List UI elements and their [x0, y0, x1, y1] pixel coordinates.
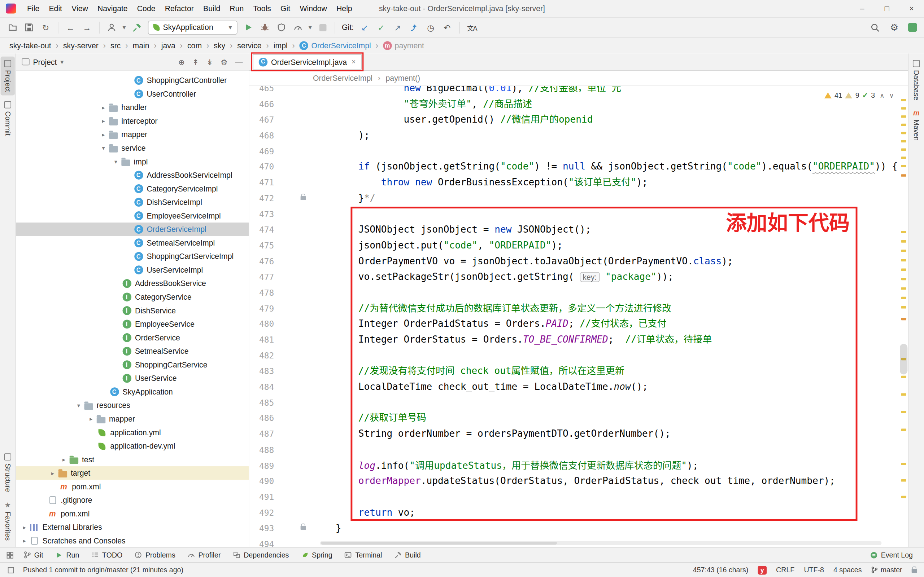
tree-item-gitignore[interactable]: .gitignore [16, 493, 249, 507]
collapse-all-icon[interactable]: ↟ [192, 57, 199, 66]
toolwindow-run[interactable]: Run [50, 549, 84, 561]
chevron-down-icon[interactable]: ▾ [111, 158, 121, 165]
line-separator[interactable]: CRLF [776, 566, 795, 574]
stripe-structure[interactable]: Structure [1, 450, 15, 495]
menu-edit[interactable]: Edit [45, 3, 66, 15]
code-line[interactable]: 466 "苍穹外卖订单", //商品描述 [249, 96, 898, 112]
line-number[interactable]: 471 [249, 175, 274, 191]
line-number[interactable]: 486 [249, 411, 274, 427]
close-button[interactable]: × [899, 0, 924, 17]
toolwindow-problems[interactable]: Problems [129, 549, 181, 561]
line-number[interactable]: 474 [249, 222, 274, 238]
line-number[interactable]: 488 [249, 442, 274, 458]
tree-item-dishservice[interactable]: IDishService [16, 304, 249, 318]
chevron-right-icon[interactable]: ▸ [86, 416, 96, 422]
menu-build[interactable]: Build [199, 3, 225, 15]
line-number[interactable]: 465 [249, 86, 274, 96]
line-number[interactable]: 476 [249, 253, 274, 269]
translate-icon[interactable]: 文A [466, 22, 478, 33]
code-line[interactable]: 477 vo.setPackageStr(jsonObject.getStrin… [249, 269, 898, 285]
menu-file[interactable]: File [23, 3, 44, 15]
chevron-right-icon[interactable]: ▸ [99, 118, 109, 124]
code-line[interactable]: 492 return vo; [249, 505, 898, 521]
chevron-down-icon[interactable]: ▾ [123, 23, 126, 31]
code-line[interactable]: 471 throw new OrderBusinessException("该订… [249, 175, 898, 191]
code-line[interactable]: 467 user.getOpenid() //微信用户的openid [249, 112, 898, 128]
stop-icon[interactable] [317, 22, 328, 33]
line-number[interactable]: 484 [249, 379, 274, 395]
open-icon[interactable] [7, 22, 18, 33]
git-push-icon[interactable]: ↗ [392, 22, 403, 33]
breadcrumb-com[interactable]: com [185, 41, 204, 51]
menu-help[interactable]: Help [333, 3, 357, 15]
file-encoding[interactable]: UTF-8 [804, 566, 824, 574]
line-number[interactable]: 483 [249, 364, 274, 379]
forward-icon[interactable]: → [81, 22, 92, 33]
tree-item-target[interactable]: ▸target [16, 466, 249, 480]
tree-item-pom-xml[interactable]: mpom.xml [16, 480, 249, 494]
tree-item-handler[interactable]: ▸handler [16, 101, 249, 114]
code-line[interactable]: 470 if (jsonObject.getString("code") != … [249, 160, 898, 175]
chevron-right-icon[interactable]: ▸ [48, 470, 58, 476]
tree-item-userserviceimpl[interactable]: CUserServiceImpl [16, 263, 249, 277]
tree-item-dishserviceimpl[interactable]: CDishServiceImpl [16, 195, 249, 209]
breadcrumb-orderserviceimpl[interactable]: COrderServiceImpl [297, 41, 373, 51]
tree-item-test[interactable]: ▸test [16, 453, 249, 467]
tree-item-categoryservice[interactable]: ICategoryService [16, 290, 249, 304]
indent-style[interactable]: 4 spaces [834, 566, 861, 574]
toolwindow-switcher-icon[interactable] [6, 551, 14, 559]
line-number[interactable]: 473 [249, 206, 274, 222]
line-number[interactable]: 491 [249, 489, 274, 505]
git-update-icon[interactable]: ↙ [359, 22, 370, 33]
tree-item-employeeserviceimpl[interactable]: CEmployeeServiceImpl [16, 209, 249, 223]
tree-item-external-libraries[interactable]: ▸External Libraries [16, 521, 249, 534]
code-line[interactable]: 482 [249, 348, 898, 364]
tab-orderserviceimpl-java[interactable]: C OrderServiceImpl.java × [253, 54, 361, 69]
code-line[interactable]: 481 Integer OrderStatus = Orders.TO_BE_C… [249, 332, 898, 348]
tree-item-pom-xml[interactable]: mpom.xml [16, 507, 249, 521]
line-number[interactable]: 482 [249, 348, 274, 364]
horizontal-scrollbar[interactable] [320, 541, 882, 545]
history-icon[interactable]: ◷ [425, 22, 436, 33]
hide-panel-icon[interactable]: — [235, 57, 242, 66]
tree-item-mapper[interactable]: ▸mapper [16, 128, 249, 141]
chevron-right-icon[interactable]: ▸ [19, 538, 30, 544]
line-number[interactable]: 489 [249, 458, 274, 474]
tree-item-shoppingcartserviceimpl[interactable]: CShoppingCartServiceImpl [16, 250, 249, 263]
line-number[interactable]: 487 [249, 426, 274, 442]
maximize-button[interactable]: □ [874, 0, 900, 17]
rollback-icon[interactable]: ↶ [441, 22, 452, 33]
line-number[interactable]: 469 [249, 143, 274, 160]
code-editor[interactable]: 465 new BigDecimal(0.01), //支付金额，单位 元466… [249, 86, 908, 547]
code-line[interactable]: 487 String orderNumber = ordersPaymentDT… [249, 426, 898, 442]
code-line[interactable]: 474 JSONObject jsonObject = new JSONObje… [249, 222, 898, 238]
git-commit-icon[interactable]: ✓ [375, 22, 386, 33]
sync-icon[interactable]: ↻ [40, 22, 51, 33]
build-hammer-icon[interactable] [131, 22, 142, 33]
git-branch-widget[interactable]: master [871, 566, 902, 574]
code-line[interactable]: 478 [249, 285, 898, 301]
scrollbar-thumb[interactable] [900, 344, 908, 374]
code-line[interactable]: 473 [249, 206, 898, 222]
project-panel-title[interactable]: Project [33, 57, 57, 66]
code-line[interactable]: 484 LocalDateTime check_out_time = Local… [249, 379, 898, 395]
menu-refactor[interactable]: Refactor [161, 3, 198, 15]
toolwindow-spring[interactable]: Spring [295, 549, 338, 561]
stripe-maven[interactable]: mMaven [909, 106, 923, 144]
line-number[interactable]: 470 [249, 160, 274, 175]
git-cherry-pick-icon[interactable] [409, 22, 420, 33]
tree-item-categoryserviceimpl[interactable]: CCategoryServiceImpl [16, 182, 249, 195]
breadcrumb-sky-take-out[interactable]: sky-take-out [7, 41, 54, 51]
status-message[interactable]: Pushed 1 commit to origin/master (21 min… [23, 566, 183, 574]
next-issue-icon[interactable]: ∨ [889, 92, 894, 99]
breadcrumb-main[interactable]: main [130, 41, 152, 51]
chevron-down-icon[interactable]: ▾ [99, 145, 109, 152]
line-number[interactable]: 490 [249, 474, 274, 489]
code-line[interactable]: 476 OrderPaymentVO vo = jsonObject.toJav… [249, 253, 898, 269]
run-configuration-select[interactable]: SkyApplication ▾ [148, 20, 237, 34]
tree-item-userservice[interactable]: IUserService [16, 371, 249, 385]
search-icon[interactable] [869, 22, 880, 33]
code-line[interactable]: 488 [249, 442, 898, 458]
toolwindow-git[interactable]: Git [18, 549, 48, 561]
code-line[interactable]: 468 ); [249, 128, 898, 143]
